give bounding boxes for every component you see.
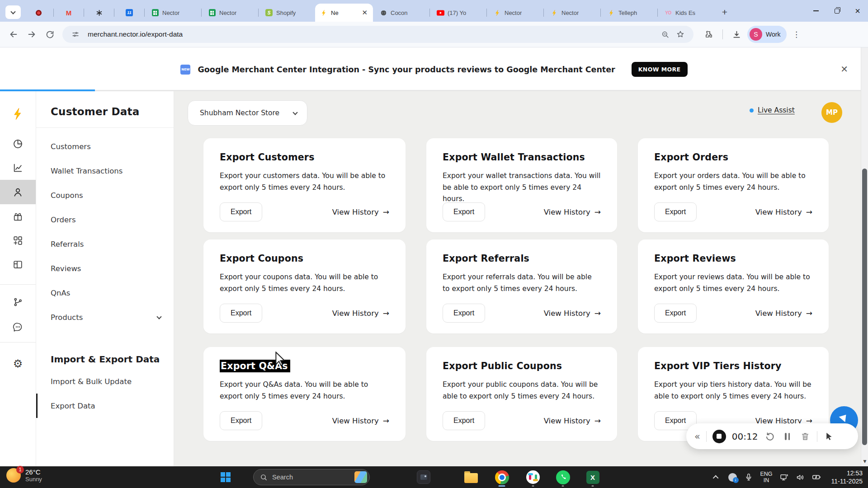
- browser-profile-chip[interactable]: S Work: [747, 26, 787, 43]
- maximize-button[interactable]: [826, 0, 847, 22]
- tab[interactable]: 11: [114, 4, 144, 22]
- recorder-delete-button[interactable]: [799, 431, 811, 442]
- rail-item-settings[interactable]: ⚙: [0, 358, 36, 369]
- sidebar-item-referrals[interactable]: Referrals: [36, 232, 174, 256]
- sidebar-item-products[interactable]: Products: [36, 305, 174, 329]
- view-history-link[interactable]: View History→: [544, 207, 601, 216]
- tab[interactable]: [24, 4, 53, 22]
- zoom-out-icon[interactable]: [657, 27, 673, 42]
- site-settings-icon[interactable]: [68, 27, 83, 42]
- view-history-link[interactable]: View History→: [544, 416, 601, 425]
- address-bar[interactable]: merchant.nector.io/export-data: [62, 26, 693, 43]
- tab[interactable]: (17) Yo: [430, 4, 486, 22]
- sidebar-item-orders[interactable]: Orders: [36, 207, 174, 232]
- rail-item-person[interactable]: [0, 187, 36, 200]
- taskbar-clock[interactable]: 12:53 11-11-2025: [825, 469, 868, 485]
- sidebar-item-coupons[interactable]: Coupons: [36, 183, 174, 207]
- browser-menu-button[interactable]: ⋮: [788, 30, 804, 39]
- forward-button[interactable]: [23, 25, 41, 43]
- tab[interactable]: YOKids Es: [658, 4, 714, 22]
- recorder-restart-button[interactable]: [764, 431, 776, 442]
- tab[interactable]: Nector: [202, 4, 258, 22]
- store-selector[interactable]: Shubham Nector Store: [188, 100, 307, 126]
- bookmark-star-icon[interactable]: [673, 27, 688, 42]
- tray-expand-button[interactable]: [708, 466, 724, 488]
- taskbar-app-excel[interactable]: X: [582, 467, 603, 488]
- view-history-link[interactable]: View History→: [755, 309, 812, 318]
- display-cast-icon[interactable]: [776, 466, 792, 488]
- tab[interactable]: M: [54, 4, 84, 22]
- scrollbar-down-arrow[interactable]: ▼: [861, 459, 868, 464]
- export-button[interactable]: Export: [220, 411, 262, 430]
- export-button[interactable]: Export: [220, 202, 262, 221]
- card-footer: ExportView History→: [220, 411, 389, 430]
- speaker-icon[interactable]: [792, 466, 808, 488]
- tab[interactable]: SShopify: [259, 4, 315, 22]
- minimize-button[interactable]: [806, 0, 826, 22]
- export-button[interactable]: Export: [443, 202, 485, 221]
- download-icon[interactable]: [727, 25, 745, 43]
- taskbar-app-whatsapp[interactable]: [552, 467, 573, 488]
- tab-active[interactable]: Ne✕: [315, 4, 373, 22]
- scrollbar-thumb[interactable]: [862, 169, 867, 445]
- rail-item-pie-chart[interactable]: [0, 138, 36, 151]
- close-button[interactable]: ×: [847, 0, 868, 22]
- export-button[interactable]: Export: [443, 411, 485, 430]
- extensions-icon[interactable]: [700, 25, 718, 43]
- user-avatar[interactable]: MP: [821, 102, 842, 123]
- tab[interactable]: Nector: [145, 4, 201, 22]
- taskbar-app-photos[interactable]: [413, 467, 434, 488]
- sidebar-item-wallet-transactions[interactable]: Wallet Transactions: [36, 159, 174, 183]
- recorder-collapse-button[interactable]: «: [694, 431, 700, 442]
- rail-item-chat[interactable]: [0, 321, 36, 334]
- tray-info-icon[interactable]: [724, 466, 741, 488]
- sidebar-item-export-data[interactable]: Export Data: [36, 394, 174, 418]
- view-history-link[interactable]: View History→: [332, 309, 389, 318]
- tab[interactable]: Cocon: [373, 4, 429, 22]
- sidebar-item-import-bulk-update[interactable]: Import & Bulk Update: [36, 369, 174, 394]
- taskbar-app-chrome[interactable]: [491, 467, 512, 488]
- sidebar-item-reviews[interactable]: Reviews: [36, 256, 174, 281]
- tab[interactable]: [84, 4, 114, 22]
- view-history-link[interactable]: View History→: [332, 207, 389, 216]
- view-history-link[interactable]: View History→: [755, 207, 812, 216]
- recorder-pointer-button[interactable]: [823, 431, 835, 442]
- page-scrollbar[interactable]: ▼: [861, 47, 868, 466]
- rail-item-line-chart[interactable]: [0, 162, 36, 175]
- back-button[interactable]: [5, 25, 23, 43]
- tab-search-button[interactable]: [5, 5, 21, 19]
- sidebar-item-qnas[interactable]: QnAs: [36, 281, 174, 305]
- view-history-link[interactable]: View History→: [544, 309, 601, 318]
- start-button[interactable]: [218, 470, 233, 484]
- rail-item-blocks-add[interactable]: [0, 235, 36, 248]
- battery-icon[interactable]: [808, 466, 825, 488]
- tab[interactable]: Telleph: [601, 4, 657, 22]
- sidebar-item-customers[interactable]: Customers: [36, 134, 174, 159]
- new-tab-button[interactable]: +: [718, 5, 731, 19]
- export-button[interactable]: Export: [654, 202, 697, 221]
- tab-close-icon[interactable]: ✕: [361, 9, 368, 17]
- live-assist-link[interactable]: Live Assist: [750, 106, 795, 114]
- tab[interactable]: Nector: [487, 4, 543, 22]
- recorder-stop-button[interactable]: [712, 430, 726, 443]
- rail-item-branch[interactable]: [0, 296, 36, 310]
- export-button[interactable]: Export: [654, 304, 697, 323]
- recorder-pause-button[interactable]: [782, 431, 793, 442]
- taskbar-app-slack[interactable]: [523, 467, 543, 488]
- tab[interactable]: Nector: [544, 4, 600, 22]
- rail-item-layout[interactable]: [0, 259, 36, 272]
- view-history-link[interactable]: View History→: [332, 416, 389, 425]
- url-text[interactable]: merchant.nector.io/export-data: [88, 30, 657, 38]
- banner-close-icon[interactable]: ✕: [840, 64, 848, 75]
- taskbar-app-file-explorer[interactable]: [461, 467, 481, 488]
- weather-widget[interactable]: 1 26°C Sunny: [6, 468, 42, 483]
- chrome-icon: [495, 470, 509, 484]
- export-button[interactable]: Export: [443, 304, 485, 323]
- taskbar-search[interactable]: Search: [253, 469, 370, 485]
- know-more-button[interactable]: KNOW MORE: [632, 62, 688, 77]
- export-button[interactable]: Export: [220, 304, 262, 323]
- reload-button[interactable]: [41, 25, 59, 43]
- microphone-icon[interactable]: [741, 466, 757, 488]
- rail-item-gift[interactable]: [0, 211, 36, 224]
- language-indicator[interactable]: ENG IN: [757, 471, 776, 484]
